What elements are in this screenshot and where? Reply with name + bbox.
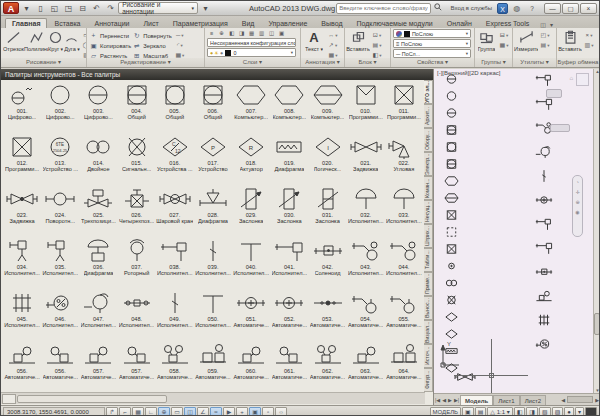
restore-button[interactable]: ▢ [562, 3, 579, 14]
palette-tab-Источ...[interactable]: Источ... [424, 344, 433, 368]
palette-item[interactable]: 031. Заслонка [308, 184, 346, 236]
palette-tab-Табли...[interactable]: Табли... [424, 248, 433, 272]
vertical-scrollbar[interactable]: ▲▼ [593, 69, 600, 393]
status-toggle-10[interactable]: + [236, 407, 248, 416]
quick-select-tool-icon[interactable]: ◰ [538, 30, 552, 39]
edit-attribute-tool-icon[interactable]: ▤ [370, 40, 384, 49]
palette-tab-Архит...[interactable]: Архит... [424, 104, 433, 128]
insert-block-button[interactable]: Вставить [347, 29, 369, 52]
palette-item[interactable]: 057. Автоматиче... [79, 340, 117, 392]
palette-item[interactable]: 061. Автоматиче... [270, 340, 308, 392]
status-tray-icon[interactable]: ● [564, 407, 574, 416]
status-toggle-5[interactable]: ▭ [171, 407, 183, 416]
viewcube[interactable] [576, 73, 589, 86]
palette-item[interactable]: 062. Автоматиче... [308, 340, 346, 392]
panel-label-layers[interactable]: Слои [205, 58, 300, 67]
leader-tool-icon[interactable]: ↗ [326, 40, 340, 49]
group-button[interactable]: Группа [477, 29, 496, 52]
status-toggle-9[interactable]: ▶ [223, 407, 235, 416]
palette-item[interactable]: 064. Автоматиче... [385, 340, 423, 392]
palette-item[interactable]: 057. Автоматиче... [118, 340, 156, 392]
palette-item[interactable]: 022. Угловая задвижка [385, 132, 423, 184]
palette-item[interactable]: 044. Исполнител... [385, 236, 423, 288]
layer-icon[interactable]: ◫ [267, 29, 276, 37]
palette-tab-Штрих...[interactable]: Штрих... [424, 224, 433, 248]
palette-item[interactable]: 010. Программи... [347, 80, 385, 132]
palette-item[interactable]: 056. Автоматиче... [41, 340, 79, 392]
palette-item[interactable]: 039. Исполнител... [194, 236, 232, 288]
array-tool-icon[interactable]: ▦ [173, 50, 187, 58]
circle-button[interactable]: Круг [48, 29, 63, 52]
status-annotation-icon[interactable]: ◧ [514, 407, 526, 416]
help-dropdown[interactable]: ? ▾ [525, 2, 539, 14]
palette-item[interactable]: 011. Программи... [385, 80, 423, 132]
palette-item[interactable]: 002. Цифрово... [41, 80, 79, 132]
save-button[interactable]: ◳ [62, 2, 75, 14]
communication-center-icon[interactable]: ◍ [510, 2, 523, 14]
search-input[interactable] [339, 5, 427, 11]
viewport-controls[interactable]: [-][Верхний][2D каркас] [437, 70, 501, 76]
panel-label-clipboard[interactable]: Буфер обмена [557, 58, 599, 67]
qat-customize-icon[interactable]: ▾ [199, 2, 212, 14]
palette-item[interactable]: 055. Автоматиче... [385, 288, 423, 340]
palette-tab-Визуал...[interactable]: Визуал... [424, 320, 433, 344]
palette-tab-УГО эл...[interactable]: УГО эл... [424, 80, 433, 104]
status-toggle-7[interactable]: ∠ [197, 407, 209, 416]
palette-item[interactable]: P017. Устройство [194, 132, 232, 184]
scroll-up-icon[interactable]: ▲ [595, 69, 599, 74]
layer-icon[interactable]: ▥ [257, 29, 266, 37]
layout-nav-icon[interactable]: ▶| [453, 397, 460, 403]
palette-item[interactable]: 042. Соленоид [308, 236, 346, 288]
open-button[interactable]: ◱ [48, 2, 61, 14]
palette-item[interactable]: 045. Исполнител... [3, 288, 41, 340]
layer-properties-icon[interactable]: ≡ [207, 29, 216, 37]
annotation-scale-button[interactable]: △ 1:1 ▾ [487, 407, 512, 416]
palette-item[interactable]: C12016. Устройства ... [156, 132, 194, 184]
layer-icon[interactable]: ◧ [227, 29, 236, 37]
palette-item[interactable]: 023. Задвижка -бабочка [3, 184, 41, 236]
palette-item[interactable]: 005. Общий дисплей [156, 80, 194, 132]
palette-item[interactable]: R018. Актуатор [232, 132, 270, 184]
status-toggle-4[interactable]: ⊕ [158, 407, 170, 416]
status-toggle-2[interactable]: ▦ [132, 407, 144, 416]
table-tool-icon[interactable]: ▦ [326, 50, 340, 58]
palette-item[interactable]: 034. Исполнител... [3, 236, 41, 288]
status-toggle-1[interactable]: ⌐ [119, 407, 131, 416]
layer-icon[interactable]: ⊕ [217, 29, 226, 37]
palette-item[interactable]: 030. Заслонка [270, 184, 308, 236]
palette-item[interactable]: 051. Автоматиче... [232, 288, 270, 340]
palette-item[interactable]: 025. Трехпозици... [79, 184, 117, 236]
ellipse-tool-icon[interactable]: ◯ [81, 40, 86, 49]
scroll-thumb[interactable] [17, 395, 167, 403]
close-button[interactable]: × [580, 3, 597, 14]
search-icon[interactable] [433, 2, 446, 14]
nav-orbit-icon[interactable]: ◉ [575, 209, 579, 215]
navigation-bar[interactable]: ◔ ✛ ⊕ ◉ [572, 175, 583, 237]
text-button[interactable]: AТекст [303, 29, 325, 52]
status-tray-icon[interactable]: ▾ [575, 407, 584, 416]
palette-item[interactable]: 059. Автоматиче... [194, 340, 232, 392]
palette-item[interactable]: 050. Исполнител... [194, 288, 232, 340]
scrollbar-thumb[interactable] [594, 313, 600, 335]
palette-item[interactable]: 049. Исполнител... [156, 288, 194, 340]
nav-wheel-icon[interactable]: ◔ [576, 179, 579, 185]
model-space-button[interactable]: МОДЕЛЬ [430, 407, 461, 416]
app-logo-icon[interactable]: A [3, 2, 19, 14]
layout-tab-Модель[interactable]: Модель [460, 395, 493, 405]
fillet-tool-icon[interactable]: ◜ [173, 40, 187, 49]
mirror-button[interactable]: ⇌Зеркало [132, 41, 172, 50]
palette-tab-Электр...[interactable]: Электр... [424, 152, 433, 176]
line-button[interactable]: Отрезок [3, 29, 24, 52]
panel-label-draw[interactable]: Рисование [1, 58, 86, 67]
palette-item[interactable]: 048. Исполнител... [118, 288, 156, 340]
ribbon-tab-Вид[interactable]: Вид [235, 18, 262, 28]
palette-item[interactable]: 001. Цифрово... [3, 80, 41, 132]
workspace-dropdown[interactable]: Рисование и аннотации ▾ [118, 2, 198, 14]
create-block-tool-icon[interactable]: ⊡ [370, 30, 384, 39]
palette-item[interactable]: 040. Исполнител... [232, 236, 270, 288]
panel-label-block[interactable]: Блок [345, 58, 390, 67]
palette-item[interactable]: 041. Исполнител... [270, 236, 308, 288]
status-layout-icon[interactable]: ▤ [475, 407, 487, 416]
palette-tab-Приме...[interactable]: Приме... [424, 272, 433, 296]
ribbon-tab-Вставка[interactable]: Вставка [47, 18, 87, 28]
